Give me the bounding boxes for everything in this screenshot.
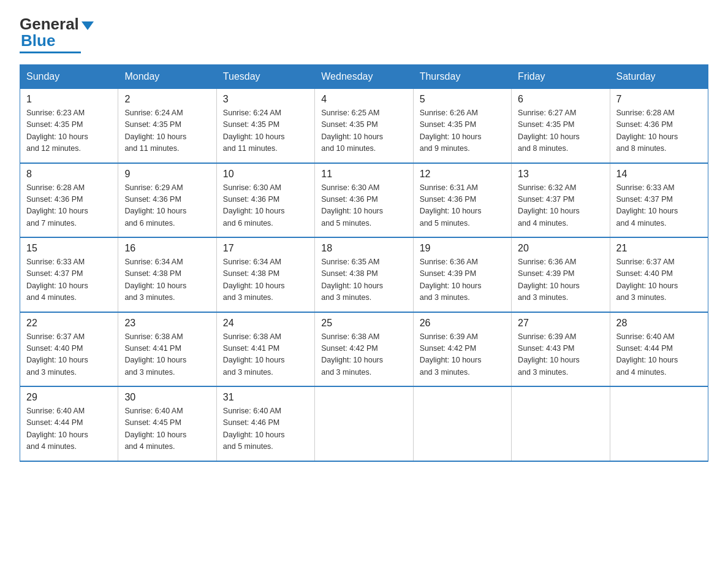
table-row: 4 Sunrise: 6:25 AMSunset: 4:35 PMDayligh… bbox=[315, 89, 413, 163]
day-info: Sunrise: 6:28 AMSunset: 4:36 PMDaylight:… bbox=[26, 183, 88, 228]
day-number: 27 bbox=[518, 318, 603, 329]
day-number: 13 bbox=[518, 169, 603, 180]
table-row: 27 Sunrise: 6:39 AMSunset: 4:43 PMDaylig… bbox=[512, 312, 610, 387]
day-info: Sunrise: 6:26 AMSunset: 4:35 PMDaylight:… bbox=[420, 109, 482, 153]
col-saturday: Saturday bbox=[610, 65, 708, 89]
day-info: Sunrise: 6:35 AMSunset: 4:38 PMDaylight:… bbox=[321, 258, 383, 302]
day-info: Sunrise: 6:37 AMSunset: 4:40 PMDaylight:… bbox=[26, 332, 88, 377]
day-info: Sunrise: 6:32 AMSunset: 4:37 PMDaylight:… bbox=[518, 183, 580, 228]
table-row: 25 Sunrise: 6:38 AMSunset: 4:42 PMDaylig… bbox=[315, 312, 413, 387]
table-row: 21 Sunrise: 6:37 AMSunset: 4:40 PMDaylig… bbox=[610, 237, 708, 312]
table-row: 30 Sunrise: 6:40 AMSunset: 4:45 PMDaylig… bbox=[118, 386, 216, 461]
table-row: 12 Sunrise: 6:31 AMSunset: 4:36 PMDaylig… bbox=[413, 163, 511, 238]
day-number: 26 bbox=[420, 318, 505, 329]
day-info: Sunrise: 6:36 AMSunset: 4:39 PMDaylight:… bbox=[420, 258, 482, 302]
day-info: Sunrise: 6:29 AMSunset: 4:36 PMDaylight:… bbox=[124, 183, 186, 228]
table-row: 15 Sunrise: 6:33 AMSunset: 4:37 PMDaylig… bbox=[20, 237, 118, 312]
calendar-week-row: 29 Sunrise: 6:40 AMSunset: 4:44 PMDaylig… bbox=[20, 386, 708, 461]
day-number: 25 bbox=[321, 318, 406, 329]
table-row: 11 Sunrise: 6:30 AMSunset: 4:36 PMDaylig… bbox=[315, 163, 413, 238]
table-row: 29 Sunrise: 6:40 AMSunset: 4:44 PMDaylig… bbox=[20, 386, 118, 461]
day-number: 28 bbox=[616, 318, 702, 329]
day-number: 5 bbox=[420, 94, 505, 105]
day-info: Sunrise: 6:24 AMSunset: 4:35 PMDaylight:… bbox=[223, 109, 285, 153]
calendar-body: 1 Sunrise: 6:23 AMSunset: 4:35 PMDayligh… bbox=[20, 89, 708, 461]
calendar-week-row: 1 Sunrise: 6:23 AMSunset: 4:35 PMDayligh… bbox=[20, 89, 708, 163]
day-number: 16 bbox=[124, 243, 210, 254]
day-number: 4 bbox=[321, 94, 406, 105]
day-number: 30 bbox=[124, 392, 210, 403]
day-info: Sunrise: 6:40 AMSunset: 4:44 PMDaylight:… bbox=[26, 407, 88, 451]
day-number: 20 bbox=[518, 243, 603, 254]
table-row: 31 Sunrise: 6:40 AMSunset: 4:46 PMDaylig… bbox=[216, 386, 314, 461]
calendar-week-row: 22 Sunrise: 6:37 AMSunset: 4:40 PMDaylig… bbox=[20, 312, 708, 387]
day-number: 22 bbox=[26, 318, 112, 329]
day-info: Sunrise: 6:40 AMSunset: 4:44 PMDaylight:… bbox=[616, 332, 678, 377]
table-row: 19 Sunrise: 6:36 AMSunset: 4:39 PMDaylig… bbox=[413, 237, 511, 312]
table-row: 5 Sunrise: 6:26 AMSunset: 4:35 PMDayligh… bbox=[413, 89, 511, 163]
day-number: 17 bbox=[223, 243, 308, 254]
header-row: Sunday Monday Tuesday Wednesday Thursday… bbox=[20, 65, 708, 89]
day-info: Sunrise: 6:39 AMSunset: 4:42 PMDaylight:… bbox=[420, 332, 482, 377]
day-number: 7 bbox=[616, 94, 702, 105]
table-row bbox=[315, 386, 413, 461]
day-number: 23 bbox=[124, 318, 210, 329]
day-info: Sunrise: 6:33 AMSunset: 4:37 PMDaylight:… bbox=[616, 183, 678, 228]
day-number: 15 bbox=[26, 243, 112, 254]
table-row: 16 Sunrise: 6:34 AMSunset: 4:38 PMDaylig… bbox=[118, 237, 216, 312]
day-info: Sunrise: 6:36 AMSunset: 4:39 PMDaylight:… bbox=[518, 258, 580, 302]
day-info: Sunrise: 6:34 AMSunset: 4:38 PMDaylight:… bbox=[223, 258, 285, 302]
col-tuesday: Tuesday bbox=[216, 65, 314, 89]
day-info: Sunrise: 6:38 AMSunset: 4:41 PMDaylight:… bbox=[223, 332, 285, 377]
table-row: 2 Sunrise: 6:24 AMSunset: 4:35 PMDayligh… bbox=[118, 89, 216, 163]
day-number: 19 bbox=[420, 243, 505, 254]
day-number: 21 bbox=[616, 243, 702, 254]
day-info: Sunrise: 6:25 AMSunset: 4:35 PMDaylight:… bbox=[321, 109, 383, 153]
day-number: 29 bbox=[26, 392, 112, 403]
day-number: 6 bbox=[518, 94, 603, 105]
table-row: 10 Sunrise: 6:30 AMSunset: 4:36 PMDaylig… bbox=[216, 163, 314, 238]
logo-underline bbox=[20, 52, 81, 53]
day-info: Sunrise: 6:30 AMSunset: 4:36 PMDaylight:… bbox=[321, 183, 383, 228]
col-friday: Friday bbox=[512, 65, 610, 89]
table-row bbox=[512, 386, 610, 461]
logo: General Blue bbox=[20, 15, 94, 53]
table-row: 28 Sunrise: 6:40 AMSunset: 4:44 PMDaylig… bbox=[610, 312, 708, 387]
day-info: Sunrise: 6:38 AMSunset: 4:42 PMDaylight:… bbox=[321, 332, 383, 377]
col-sunday: Sunday bbox=[20, 65, 118, 89]
calendar-week-row: 8 Sunrise: 6:28 AMSunset: 4:36 PMDayligh… bbox=[20, 163, 708, 238]
day-info: Sunrise: 6:30 AMSunset: 4:36 PMDaylight:… bbox=[223, 183, 285, 228]
logo-blue-text: Blue bbox=[21, 31, 55, 50]
day-number: 2 bbox=[124, 94, 210, 105]
day-number: 24 bbox=[223, 318, 308, 329]
calendar-header: Sunday Monday Tuesday Wednesday Thursday… bbox=[20, 65, 708, 89]
calendar-table: Sunday Monday Tuesday Wednesday Thursday… bbox=[20, 64, 708, 462]
table-row: 3 Sunrise: 6:24 AMSunset: 4:35 PMDayligh… bbox=[216, 89, 314, 163]
day-info: Sunrise: 6:33 AMSunset: 4:37 PMDaylight:… bbox=[26, 258, 88, 302]
table-row bbox=[610, 386, 708, 461]
day-info: Sunrise: 6:28 AMSunset: 4:36 PMDaylight:… bbox=[616, 109, 678, 153]
col-thursday: Thursday bbox=[413, 65, 511, 89]
day-number: 14 bbox=[616, 169, 702, 180]
table-row: 22 Sunrise: 6:37 AMSunset: 4:40 PMDaylig… bbox=[20, 312, 118, 387]
logo-triangle-icon bbox=[82, 21, 94, 30]
table-row: 1 Sunrise: 6:23 AMSunset: 4:35 PMDayligh… bbox=[20, 89, 118, 163]
day-number: 9 bbox=[124, 169, 210, 180]
day-number: 8 bbox=[26, 169, 112, 180]
table-row bbox=[413, 386, 511, 461]
day-info: Sunrise: 6:38 AMSunset: 4:41 PMDaylight:… bbox=[124, 332, 186, 377]
table-row: 26 Sunrise: 6:39 AMSunset: 4:42 PMDaylig… bbox=[413, 312, 511, 387]
table-row: 20 Sunrise: 6:36 AMSunset: 4:39 PMDaylig… bbox=[512, 237, 610, 312]
day-number: 18 bbox=[321, 243, 406, 254]
day-info: Sunrise: 6:24 AMSunset: 4:35 PMDaylight:… bbox=[124, 109, 186, 153]
col-wednesday: Wednesday bbox=[315, 65, 413, 89]
day-number: 1 bbox=[26, 94, 112, 105]
day-number: 11 bbox=[321, 169, 406, 180]
day-info: Sunrise: 6:40 AMSunset: 4:45 PMDaylight:… bbox=[124, 407, 186, 451]
day-number: 31 bbox=[223, 392, 308, 403]
table-row: 8 Sunrise: 6:28 AMSunset: 4:36 PMDayligh… bbox=[20, 163, 118, 238]
table-row: 6 Sunrise: 6:27 AMSunset: 4:35 PMDayligh… bbox=[512, 89, 610, 163]
day-info: Sunrise: 6:34 AMSunset: 4:38 PMDaylight:… bbox=[124, 258, 186, 302]
day-info: Sunrise: 6:40 AMSunset: 4:46 PMDaylight:… bbox=[223, 407, 285, 451]
day-info: Sunrise: 6:23 AMSunset: 4:35 PMDaylight:… bbox=[26, 109, 88, 153]
